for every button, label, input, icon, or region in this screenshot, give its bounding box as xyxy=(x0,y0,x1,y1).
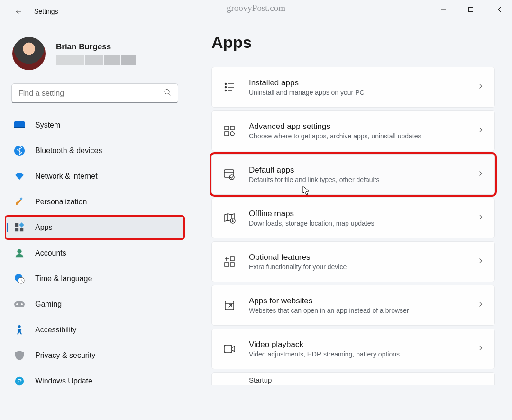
svg-rect-30 xyxy=(225,132,229,136)
svg-rect-38 xyxy=(230,263,234,266)
sidebar-item-bluetooth[interactable]: Bluetooth & devices xyxy=(6,139,184,162)
default-window-icon xyxy=(222,167,237,182)
sidebar-item-update[interactable]: Windows Update xyxy=(6,370,184,393)
profile-block[interactable]: Brian Burgess xyxy=(6,33,184,81)
sidebar-item-privacy[interactable]: Privacy & security xyxy=(6,344,184,367)
nav-label: Windows Update xyxy=(35,377,92,385)
minimize-button[interactable] xyxy=(430,0,457,19)
watermark-text: groovyPost.com xyxy=(227,3,285,13)
close-button[interactable] xyxy=(485,0,512,19)
card-startup-partial[interactable]: Startup xyxy=(211,372,495,385)
svg-rect-36 xyxy=(230,257,234,261)
map-download-icon xyxy=(222,211,237,225)
page-title: Apps xyxy=(211,33,495,52)
svg-point-21 xyxy=(15,377,24,385)
card-sub: Video adjustments, HDR streaming, batter… xyxy=(249,350,477,358)
card-default-apps[interactable]: Default appsDefaults for file and link t… xyxy=(211,154,495,195)
window-title: Settings xyxy=(34,8,58,15)
svg-line-5 xyxy=(169,93,171,95)
nav-label: Accessibility xyxy=(35,326,76,334)
sidebar-item-system[interactable]: System xyxy=(6,114,184,137)
profile-name: Brian Burgess xyxy=(56,42,136,52)
sidebar-item-personalization[interactable]: Personalization xyxy=(6,191,184,213)
svg-rect-1 xyxy=(469,8,473,12)
card-title: Video playback xyxy=(249,340,477,349)
sidebar-item-accounts[interactable]: Accounts xyxy=(6,242,184,265)
card-optional-features[interactable]: Optional featuresExtra functionality for… xyxy=(211,241,495,282)
card-title: Advanced app settings xyxy=(249,122,477,131)
svg-rect-7 xyxy=(14,127,25,128)
update-icon xyxy=(13,375,26,387)
card-sub: Choose where to get apps, archive apps, … xyxy=(249,132,477,140)
apps-plus-icon xyxy=(222,255,237,269)
chevron-right-icon xyxy=(477,170,484,179)
system-icon xyxy=(13,119,26,131)
nav-label: Bluetooth & devices xyxy=(35,146,102,155)
sidebar-item-apps[interactable]: Apps xyxy=(6,216,184,239)
card-title: Apps for websites xyxy=(249,296,477,306)
search-input[interactable] xyxy=(11,83,178,103)
nav-label: System xyxy=(35,121,60,129)
svg-point-20 xyxy=(18,325,21,328)
apps-gear-icon xyxy=(222,124,237,138)
search-icon xyxy=(164,89,172,99)
bluetooth-icon xyxy=(13,145,26,157)
card-title: Optional features xyxy=(249,253,477,262)
svg-rect-12 xyxy=(15,228,18,231)
card-sub: Websites that can open in an app instead… xyxy=(249,307,477,314)
svg-rect-28 xyxy=(225,126,229,130)
nav-label: Privacy & security xyxy=(35,351,95,360)
svg-point-24 xyxy=(225,87,227,88)
video-icon xyxy=(222,342,237,356)
card-video-playback[interactable]: Video playbackVideo adjustments, HDR str… xyxy=(211,329,495,369)
card-sub: Extra functionality for your device xyxy=(249,263,477,271)
nav-label: Network & internet xyxy=(35,172,98,181)
accessibility-icon xyxy=(13,324,26,336)
nav-label: Accounts xyxy=(35,249,66,257)
svg-point-26 xyxy=(225,90,227,91)
sidebar-item-gaming[interactable]: Gaming xyxy=(6,293,184,316)
card-offline-maps[interactable]: Offline mapsDownloads, storage location,… xyxy=(211,198,495,238)
chevron-right-icon xyxy=(477,214,484,222)
nav-label: Gaming xyxy=(35,300,62,309)
chevron-right-icon xyxy=(477,127,484,135)
svg-point-22 xyxy=(225,83,227,85)
card-title: Installed apps xyxy=(249,78,477,88)
svg-point-31 xyxy=(230,132,234,136)
back-button[interactable] xyxy=(11,5,25,18)
card-advanced-app-settings[interactable]: Advanced app settingsChoose where to get… xyxy=(211,110,495,151)
card-title: Startup xyxy=(249,376,272,384)
card-sub: Downloads, storage location, map updates xyxy=(249,219,477,227)
svg-rect-17 xyxy=(14,301,25,307)
svg-rect-11 xyxy=(19,222,24,227)
card-title: Default apps xyxy=(249,165,477,175)
paintbrush-icon xyxy=(13,196,26,208)
maximize-button[interactable] xyxy=(457,0,485,19)
chevron-right-icon xyxy=(477,345,484,353)
svg-rect-29 xyxy=(230,126,234,130)
profile-email-redacted xyxy=(56,55,136,65)
sidebar-item-accessibility[interactable]: Accessibility xyxy=(6,319,184,341)
window-link-icon xyxy=(222,298,237,312)
svg-point-18 xyxy=(16,303,18,305)
card-title: Offline maps xyxy=(249,209,477,219)
card-apps-websites[interactable]: Apps for websitesWebsites that can open … xyxy=(211,285,495,326)
chevron-right-icon xyxy=(477,83,484,91)
sidebar-item-time[interactable]: Time & language xyxy=(6,267,184,290)
svg-rect-37 xyxy=(225,263,229,266)
svg-rect-43 xyxy=(224,345,232,353)
sidebar-item-network[interactable]: Network & internet xyxy=(6,165,184,188)
card-sub: Defaults for file and link types, other … xyxy=(249,176,477,183)
svg-rect-10 xyxy=(15,223,18,227)
nav-label: Personalization xyxy=(35,198,87,206)
svg-rect-41 xyxy=(225,301,234,310)
svg-point-19 xyxy=(21,303,23,305)
svg-rect-13 xyxy=(20,228,23,231)
list-icon xyxy=(222,80,237,94)
chevron-right-icon xyxy=(477,301,484,310)
globe-clock-icon xyxy=(13,273,26,285)
person-icon xyxy=(13,247,26,259)
shield-icon xyxy=(13,349,26,362)
card-installed-apps[interactable]: Installed appsUninstall and manage apps … xyxy=(211,67,495,108)
wifi-icon xyxy=(13,170,26,183)
